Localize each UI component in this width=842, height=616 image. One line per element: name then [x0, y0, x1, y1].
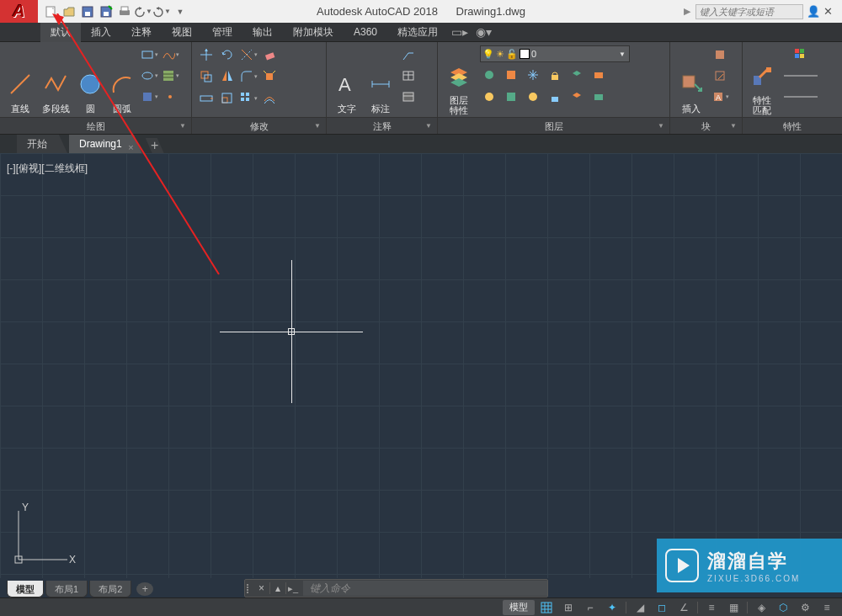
hatch-button[interactable]: ▾	[161, 66, 179, 85]
layer-off-button[interactable]	[480, 66, 498, 84]
layer-iso-button[interactable]	[502, 66, 520, 84]
panel-modify-title[interactable]: 修改▼	[192, 117, 326, 134]
add-layout-button[interactable]: +	[136, 582, 153, 596]
status-grid-button[interactable]	[536, 600, 557, 615]
stretch-button[interactable]	[197, 89, 216, 108]
drawing-canvas[interactable]: [-][俯视][二维线框] Y X	[0, 153, 842, 578]
color-combo[interactable]	[780, 45, 822, 64]
redo-button[interactable]: ▼	[152, 2, 171, 22]
layer-dropdown[interactable]: 💡 ☀ 🔓 0 ▼	[480, 45, 630, 62]
layer-t5-button[interactable]	[568, 88, 586, 106]
layer-make-button[interactable]	[568, 66, 586, 84]
exchange-icon[interactable]: ✕	[823, 5, 837, 19]
ucs-icon[interactable]: Y X	[10, 501, 77, 568]
status-lwt-button[interactable]: ≡	[701, 600, 722, 615]
tab-default[interactable]: 默认	[40, 23, 81, 42]
edit-block-button[interactable]	[711, 66, 729, 85]
offset-button[interactable]	[260, 89, 279, 108]
command-line[interactable]: × ▴ ▸_ 键入命令	[244, 579, 548, 597]
status-annomon-button[interactable]: ⬡	[773, 600, 793, 615]
tab-addons[interactable]: 附加模块	[283, 23, 344, 42]
layer-t3-button[interactable]	[524, 88, 542, 106]
status-model-button[interactable]: 模型	[503, 600, 535, 615]
fillet-button[interactable]: ▾	[239, 67, 258, 86]
add-tab-button[interactable]: +	[146, 138, 164, 153]
signin-icon[interactable]: 👤	[807, 5, 820, 19]
insert-block-button[interactable]: 插入	[675, 45, 707, 117]
undo-button[interactable]: ▼	[134, 2, 152, 22]
lineweight-combo[interactable]	[780, 66, 822, 85]
layer-freeze-button[interactable]	[524, 66, 542, 84]
rotate-button[interactable]	[218, 45, 237, 64]
tab-annotate[interactable]: 注释	[121, 23, 162, 42]
spline-button[interactable]: ▾	[161, 45, 179, 64]
save-button[interactable]	[78, 2, 97, 22]
rectangle-button[interactable]: ▾	[140, 45, 158, 64]
circle-button[interactable]: 圆	[76, 45, 104, 117]
move-button[interactable]	[197, 45, 216, 64]
viewport-label[interactable]: [-][俯视][二维线框]	[7, 162, 88, 176]
plot-button[interactable]	[115, 2, 134, 22]
panel-draw-title[interactable]: 绘图▼	[0, 117, 191, 134]
qnew-button[interactable]	[41, 2, 60, 22]
layer-t4-button[interactable]	[546, 88, 564, 106]
scale-button[interactable]	[218, 89, 237, 108]
panel-props-title[interactable]: 特性	[743, 117, 842, 134]
panel-annotate-title[interactable]: 注释▼	[327, 117, 437, 134]
panel-block-title[interactable]: 块▼	[670, 117, 742, 134]
layer-t6-button[interactable]	[589, 88, 608, 106]
app-menu-button[interactable]: A	[0, 0, 38, 23]
search-input[interactable]	[695, 4, 803, 19]
trim-button[interactable]: ▾	[239, 45, 258, 64]
array-button[interactable]: ▾	[239, 89, 258, 108]
region-button[interactable]: ▾	[140, 88, 158, 106]
linetype-combo[interactable]	[780, 88, 822, 106]
tab-manage[interactable]: 管理	[202, 23, 242, 42]
attr-block-button[interactable]: A▾	[711, 88, 729, 106]
layout-tab-2[interactable]: 布局2	[89, 581, 131, 597]
mirror-button[interactable]	[218, 67, 237, 86]
line-button[interactable]: 直线	[5, 45, 35, 117]
saveas-button[interactable]	[97, 2, 115, 22]
status-custom-button[interactable]: ≡	[817, 600, 837, 615]
panel-layer-title[interactable]: 图层▼	[438, 117, 669, 134]
layer-t2-button[interactable]	[502, 88, 520, 106]
command-input[interactable]: 键入命令	[303, 581, 547, 596]
file-tab-drawing[interactable]: Drawing1×	[69, 135, 142, 153]
status-ws-button[interactable]: ⚙	[795, 600, 815, 615]
status-snap-button[interactable]: ⊞	[558, 600, 578, 615]
tab-insert[interactable]: 插入	[81, 23, 121, 42]
status-osnap-button[interactable]: ◻	[652, 600, 672, 615]
tab-featured[interactable]: 精选应用	[387, 23, 448, 42]
layout-tab-1[interactable]: 布局1	[45, 581, 88, 597]
explode-button[interactable]	[260, 67, 279, 86]
ribbon-minimize-button[interactable]: ◉▾	[472, 25, 495, 39]
cmd-close-button[interactable]: ×	[253, 582, 270, 594]
tab-view[interactable]: 视图	[162, 23, 202, 42]
dimension-button[interactable]: 标注	[365, 45, 396, 117]
ellipse-button[interactable]: ▾	[140, 66, 158, 85]
layout-tab-model[interactable]: 模型	[7, 581, 44, 597]
open-button[interactable]	[60, 2, 78, 22]
layer-lock-button[interactable]	[546, 66, 564, 84]
tab-a360[interactable]: A360	[344, 23, 387, 42]
table2-button[interactable]	[399, 88, 418, 106]
copy-button[interactable]	[197, 67, 216, 86]
layer-match-button[interactable]	[589, 66, 608, 84]
match-props-button[interactable]: 特性 匹配	[748, 45, 776, 117]
create-block-button[interactable]	[711, 45, 729, 64]
status-trans-button[interactable]: ▦	[723, 600, 743, 615]
tab-extra-button[interactable]: ▭▸	[448, 25, 472, 39]
point-button[interactable]	[161, 88, 179, 106]
tab-output[interactable]: 输出	[242, 23, 283, 42]
text-button[interactable]: A 文字	[332, 45, 362, 117]
arc-button[interactable]: 圆弧	[108, 45, 136, 117]
status-ortho-button[interactable]: ⌐	[580, 600, 600, 615]
cmdbar-handle[interactable]	[245, 582, 253, 595]
cmd-history-button[interactable]: ▴	[270, 582, 286, 594]
leader-button[interactable]	[399, 45, 418, 64]
erase-button[interactable]	[260, 45, 279, 64]
status-track-button[interactable]: ∠	[674, 600, 694, 615]
status-iso-button[interactable]: ◢	[630, 600, 650, 615]
polyline-button[interactable]: 多段线	[39, 45, 72, 117]
